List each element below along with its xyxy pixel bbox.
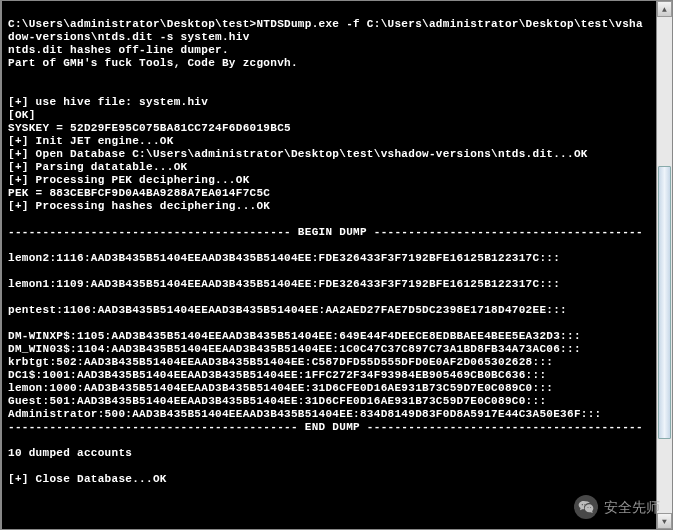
scrollbar-track[interactable] <box>657 17 672 513</box>
banner-line-1: ntds.dit hashes off-line dumper. <box>8 44 229 56</box>
step-syskey: SYSKEY = 52D29FE95C075BA81CC724F6D6019BC… <box>8 122 291 134</box>
step-parsing: [+] Parsing datatable...OK <box>8 161 187 173</box>
dump-entry: krbtgt:502:AAD3B435B51404EEAAD3B435B5140… <box>8 356 553 368</box>
begin-dump-divider: ----------------------------------------… <box>8 226 643 238</box>
scrollbar-thumb[interactable] <box>658 166 671 439</box>
terminal-output: C:\Users\administrator\Desktop\test>NTDS… <box>2 1 672 490</box>
command-prompt-line: C:\Users\administrator\Desktop\test>NTDS… <box>8 18 643 43</box>
close-database: [+] Close Database...OK <box>8 473 167 485</box>
scroll-up-arrow-icon[interactable]: ▲ <box>657 1 672 17</box>
dump-entry: DC1$:1001:AAD3B435B51404EEAAD3B435B51404… <box>8 369 546 381</box>
dump-entry: DM-WINXP$:1105:AAD3B435B51404EEAAD3B435B… <box>8 330 581 342</box>
dump-entry: lemon:1000:AAD3B435B51404EEAAD3B435B5140… <box>8 382 553 394</box>
step-init-jet: [+] Init JET engine...OK <box>8 135 174 147</box>
dump-entry: Administrator:500:AAD3B435B51404EEAAD3B4… <box>8 408 602 420</box>
banner-line-2: Part of GMH's fuck Tools, Code By zcgonv… <box>8 57 298 69</box>
dump-entry: lemon1:1109:AAD3B435B51404EEAAD3B435B514… <box>8 278 560 290</box>
vertical-scrollbar[interactable]: ▲ ▼ <box>656 1 672 529</box>
step-pek: PEK = 883CEBFCF9D0A4BA9288A7EA014F7C5C <box>8 187 270 199</box>
step-use-hive: [+] use hive file: system.hiv <box>8 96 208 108</box>
end-dump-divider: ----------------------------------------… <box>8 421 643 433</box>
dump-entry: pentest:1106:AAD3B435B51404EEAAD3B435B51… <box>8 304 567 316</box>
watermark-text: 安全先师 <box>604 501 660 514</box>
watermark: 安全先师 <box>574 495 660 519</box>
step-ok: [OK] <box>8 109 36 121</box>
dump-entry: DM_WIN03$:1104:AAD3B435B51404EEAAD3B435B… <box>8 343 581 355</box>
dump-entry: lemon2:1116:AAD3B435B51404EEAAD3B435B514… <box>8 252 560 264</box>
wechat-icon <box>574 495 598 519</box>
step-hashes-decipher: [+] Processing hashes deciphering...OK <box>8 200 270 212</box>
step-pek-decipher: [+] Processing PEK deciphering...OK <box>8 174 250 186</box>
dumped-count: 10 dumped accounts <box>8 447 132 459</box>
step-open-db: [+] Open Database C:\Users\administrator… <box>8 148 588 160</box>
dump-entry: Guest:501:AAD3B435B51404EEAAD3B435B51404… <box>8 395 546 407</box>
